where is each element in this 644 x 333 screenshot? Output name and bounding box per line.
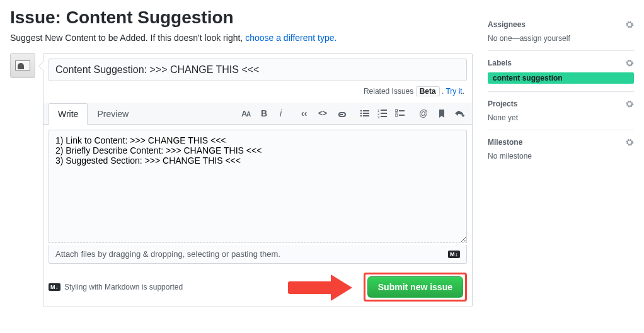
issue-body-textarea[interactable] bbox=[49, 130, 467, 243]
tab-preview[interactable]: Preview bbox=[88, 103, 138, 125]
label-chip[interactable]: content suggestion bbox=[488, 72, 634, 84]
heading-icon[interactable] bbox=[241, 108, 251, 118]
annotation-highlight: Submit new issue bbox=[364, 273, 467, 302]
gear-icon[interactable] bbox=[625, 20, 634, 29]
ul-icon[interactable] bbox=[360, 108, 370, 118]
tab-bar: Write Preview bbox=[43, 103, 472, 125]
annotation-arrow-icon bbox=[288, 274, 357, 300]
formatting-toolbar bbox=[230, 108, 467, 118]
beta-badge: Beta bbox=[416, 86, 440, 96]
tab-write[interactable]: Write bbox=[49, 103, 88, 125]
reply-icon[interactable] bbox=[454, 108, 464, 118]
markdown-help-text: Styling with Markdown is supported bbox=[64, 283, 183, 291]
assignees-body[interactable]: No one—assign yourself bbox=[488, 34, 634, 43]
milestone-title: Milestone bbox=[488, 138, 522, 147]
attach-hint[interactable]: Attach files by dragging & dropping, sel… bbox=[49, 245, 467, 264]
markdown-badge-icon: M↓ bbox=[49, 283, 60, 291]
gear-icon[interactable] bbox=[625, 59, 634, 67]
issue-title-input[interactable] bbox=[49, 59, 467, 81]
subtitle: Suggest New Content to be Added. If this… bbox=[10, 33, 473, 43]
bold-icon[interactable] bbox=[259, 108, 269, 118]
submit-button[interactable]: Submit new issue bbox=[367, 276, 463, 298]
mention-icon[interactable] bbox=[419, 108, 429, 118]
assignees-title: Assignees bbox=[488, 20, 526, 29]
related-issues: Related Issues Beta . Try it. bbox=[51, 86, 464, 96]
tasklist-icon[interactable] bbox=[395, 108, 405, 118]
gear-icon[interactable] bbox=[625, 138, 634, 147]
subtitle-text: Suggest New Content to be Added. If this… bbox=[10, 33, 245, 43]
issue-composer: Related Issues Beta . Try it. Write Prev… bbox=[43, 53, 473, 307]
projects-title: Projects bbox=[488, 99, 517, 108]
related-label: Related Issues bbox=[364, 87, 413, 96]
code-icon[interactable] bbox=[318, 108, 328, 118]
page-title: Issue: Content Suggestion bbox=[10, 8, 473, 28]
try-it-link[interactable]: Try it bbox=[446, 87, 462, 96]
bookmark-icon[interactable] bbox=[437, 108, 447, 118]
labels-title: Labels bbox=[488, 59, 512, 67]
markdown-badge-icon: M↓ bbox=[448, 251, 460, 258]
gear-icon[interactable] bbox=[625, 99, 634, 108]
link-icon[interactable] bbox=[336, 108, 346, 118]
projects-body: None yet bbox=[488, 113, 634, 122]
ol-icon[interactable] bbox=[377, 108, 388, 118]
quote-icon[interactable] bbox=[301, 108, 311, 118]
attach-text: Attach files by dragging & dropping, sel… bbox=[55, 249, 280, 259]
markdown-help[interactable]: M↓ Styling with Markdown is supported bbox=[49, 283, 183, 291]
avatar[interactable] bbox=[10, 53, 35, 78]
choose-type-link[interactable]: choose a different type. bbox=[245, 33, 336, 43]
milestone-body: No milestone bbox=[488, 152, 634, 161]
italic-icon[interactable] bbox=[277, 108, 287, 118]
